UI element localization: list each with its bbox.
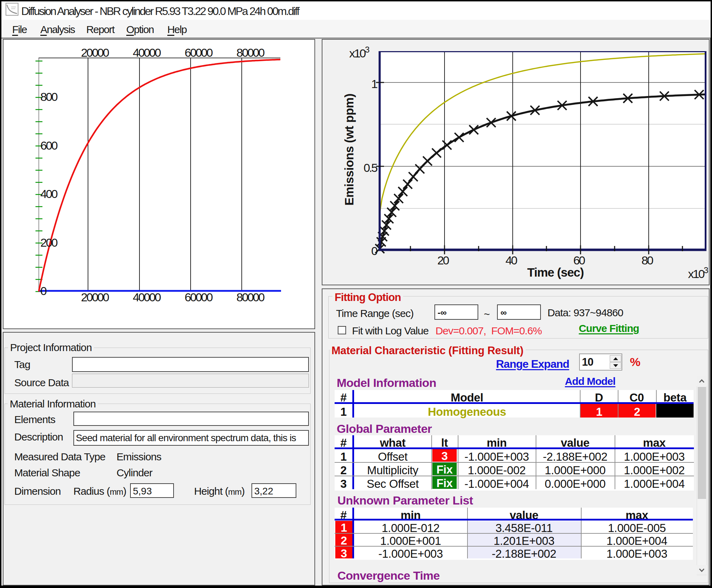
svg-text:400: 400 <box>40 187 57 200</box>
svg-text:0.5: 0.5 <box>363 161 377 174</box>
svg-text:0: 0 <box>40 284 47 297</box>
svg-text:80: 80 <box>641 254 653 267</box>
svg-text:600: 600 <box>40 139 57 152</box>
svg-text:60000: 60000 <box>185 291 213 304</box>
svg-text:60000: 60000 <box>185 46 213 59</box>
svg-text:20000: 20000 <box>81 46 109 59</box>
svg-text:60: 60 <box>573 254 585 267</box>
svg-text:1: 1 <box>371 77 377 90</box>
svg-text:Time (sec): Time (sec) <box>527 265 584 279</box>
svg-text:200: 200 <box>40 236 57 249</box>
svg-text:80000: 80000 <box>237 291 265 304</box>
svg-text:0: 0 <box>371 244 377 257</box>
svg-text:40000: 40000 <box>133 291 161 304</box>
svg-text:800: 800 <box>40 90 57 103</box>
svg-text:Emissions (wt ppm): Emissions (wt ppm) <box>342 94 356 206</box>
svg-text:20: 20 <box>437 254 449 267</box>
svg-text:20000: 20000 <box>81 291 109 304</box>
svg-text:40000: 40000 <box>133 46 161 59</box>
svg-text:80000: 80000 <box>237 46 265 59</box>
svg-text:40: 40 <box>505 254 517 267</box>
svg-text:x103: x103 <box>688 265 708 280</box>
svg-text:x103: x103 <box>349 45 369 60</box>
